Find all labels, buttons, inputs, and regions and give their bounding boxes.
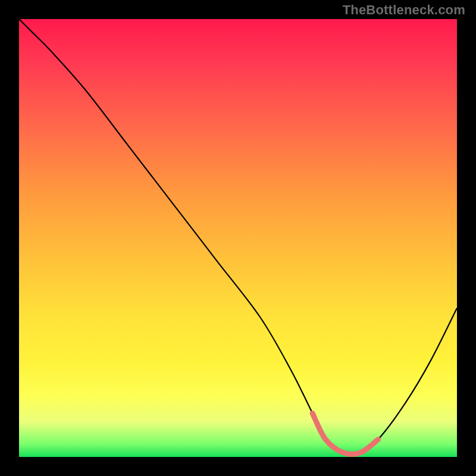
- curve-svg: [19, 19, 457, 457]
- gradient-plot-area: [19, 19, 457, 457]
- attribution-label: TheBottleneck.com: [343, 2, 465, 18]
- bottleneck-curve-line: [19, 19, 457, 454]
- optimal-range-highlight: [312, 413, 378, 454]
- chart-frame: TheBottleneck.com: [0, 0, 476, 476]
